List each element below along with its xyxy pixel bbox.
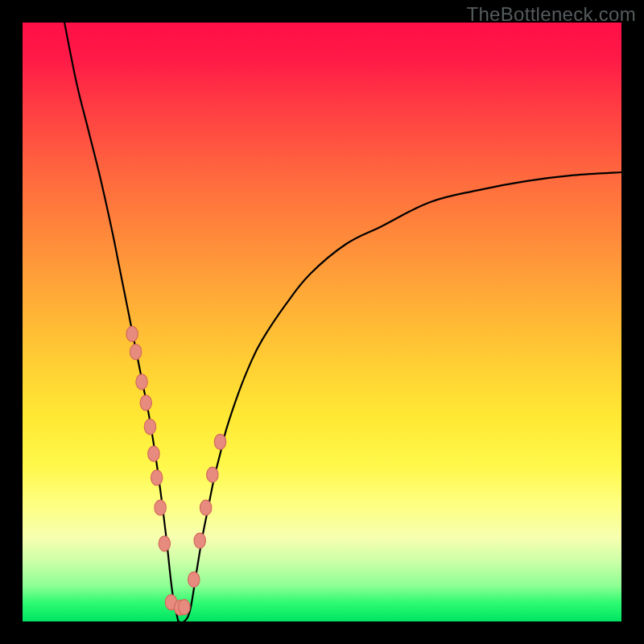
- curve-left-branch: [64, 23, 178, 621]
- data-marker: [151, 470, 162, 485]
- data-marker: [155, 500, 166, 515]
- plot-area: [23, 23, 621, 621]
- curve-right-branch: [178, 172, 621, 621]
- data-marker: [140, 395, 151, 411]
- watermark-text: TheBottleneck.com: [466, 3, 636, 26]
- data-marker: [130, 345, 141, 360]
- data-marker: [194, 533, 205, 548]
- curve-layer: [23, 23, 621, 621]
- data-marker: [179, 600, 190, 615]
- data-marker: [148, 446, 159, 461]
- data-marker: [214, 434, 225, 449]
- data-marker: [144, 419, 155, 435]
- data-marker: [159, 536, 170, 551]
- data-marker: [136, 374, 147, 390]
- data-marker: [188, 572, 200, 587]
- chart-frame: TheBottleneck.com: [0, 0, 644, 644]
- data-marker: [126, 326, 138, 341]
- data-marker: [207, 467, 218, 482]
- bottleneck-curve: [64, 23, 621, 621]
- data-marker: [200, 500, 211, 515]
- marker-group: [126, 326, 226, 615]
